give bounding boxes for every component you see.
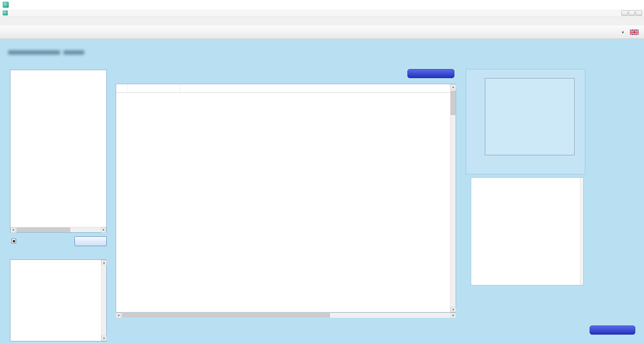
- window-controls: [598, 0, 644, 9]
- language-selector[interactable]: ▼: [621, 25, 639, 39]
- column-header-csc[interactable]: [128, 84, 180, 93]
- chart-svg: [485, 78, 574, 155]
- scroll-thumb[interactable]: [16, 228, 70, 232]
- minimize-icon[interactable]: [598, 0, 613, 9]
- mdi-app-icon: [3, 10, 8, 15]
- close-icon[interactable]: [629, 0, 644, 9]
- toolbar-icons: [0, 25, 644, 39]
- scroll-up-icon[interactable]: ▲: [101, 260, 107, 265]
- english-flag-icon: [630, 30, 639, 35]
- redacted-block: [63, 50, 84, 55]
- scroll-thumb[interactable]: [122, 313, 330, 318]
- column-header-x[interactable]: [116, 84, 128, 93]
- mdi-minimize-icon[interactable]: [622, 10, 628, 16]
- mdi-restore-icon[interactable]: [629, 10, 635, 16]
- title-bar: [0, 0, 644, 9]
- object-chart-panel: [466, 69, 585, 174]
- results-vscrollbar[interactable]: [580, 178, 583, 285]
- scroll-thumb[interactable]: [451, 91, 455, 115]
- standards-vscrollbar[interactable]: ▲ ▼: [450, 84, 456, 312]
- scroll-left-icon[interactable]: ◄: [116, 313, 121, 318]
- deselect-button[interactable]: [75, 236, 107, 246]
- checkbox-partial-mark: [13, 240, 15, 242]
- standards-table-header: [116, 84, 456, 93]
- mdi-bar: [0, 9, 644, 17]
- to-report-button[interactable]: [407, 69, 454, 78]
- menu-bar: [0, 17, 644, 25]
- mdi-window-controls: [622, 10, 642, 16]
- description-box[interactable]: ▲ ▼: [10, 260, 107, 341]
- column-header-name[interactable]: [180, 84, 456, 93]
- scroll-left-icon[interactable]: ◄: [10, 227, 16, 233]
- scroll-up-icon[interactable]: ▲: [450, 84, 456, 90]
- redacted-patient-title: [8, 50, 84, 55]
- redacted-block: [8, 50, 60, 55]
- scroll-right-icon[interactable]: ►: [451, 313, 456, 318]
- groups-list: [10, 70, 107, 233]
- chevron-down-icon: ▼: [621, 31, 625, 34]
- maximize-icon[interactable]: [613, 0, 629, 9]
- scroll-down-icon[interactable]: ▼: [450, 307, 456, 312]
- standards-hscrollbar[interactable]: ◄ ►: [116, 312, 456, 318]
- select-all-checkbox[interactable]: [11, 239, 16, 243]
- app-icon: [3, 2, 9, 8]
- object-chart: [485, 78, 575, 155]
- scroll-right-icon[interactable]: ►: [101, 227, 106, 233]
- groups-hscrollbar[interactable]: ◄ ►: [10, 227, 106, 232]
- standards-table: ▲ ▼: [116, 84, 456, 312]
- close-button[interactable]: [590, 326, 635, 335]
- description-vscrollbar[interactable]: ▲ ▼: [101, 260, 106, 341]
- object-results-box: [471, 177, 584, 285]
- mdi-close-icon[interactable]: [636, 10, 642, 16]
- scroll-down-icon[interactable]: ▼: [101, 336, 107, 341]
- standards-rows: [116, 93, 450, 312]
